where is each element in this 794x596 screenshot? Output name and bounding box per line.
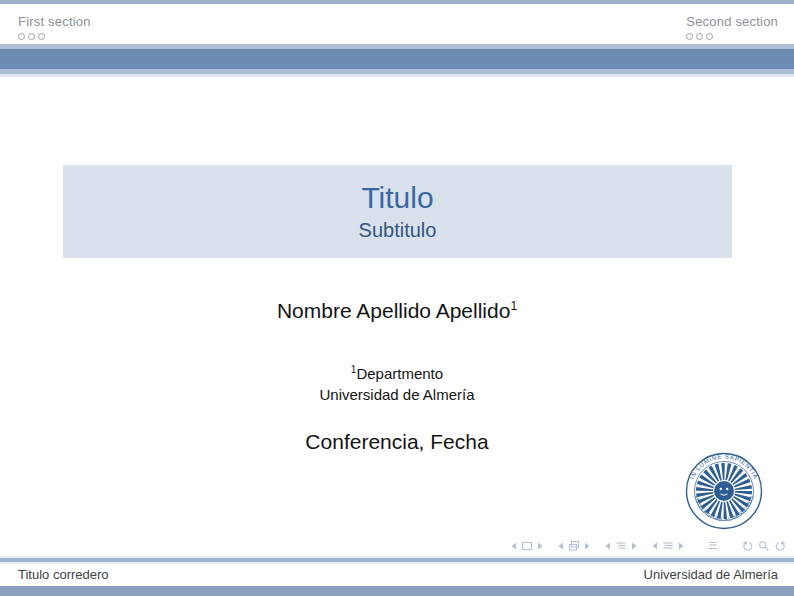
conference-date: Conferencia, Fecha <box>0 430 794 454</box>
next-frame-arrow-icon[interactable] <box>584 541 591 551</box>
nav-subsection-group <box>604 540 638 552</box>
section-second-progress-dots[interactable] <box>686 33 778 40</box>
navigation-bar <box>497 539 787 553</box>
footer-band: Titulo corredero Universidad de Almería <box>0 564 794 586</box>
next-section-arrow-icon[interactable] <box>678 541 685 551</box>
frames-icon[interactable] <box>568 540 580 552</box>
slide-dot[interactable] <box>38 33 45 40</box>
slide-subtitle: Subtitulo <box>359 220 437 240</box>
title-block: Titulo Subtitulo <box>63 165 732 258</box>
prev-frame-arrow-icon[interactable] <box>557 541 564 551</box>
forward-icon[interactable] <box>774 540 787 552</box>
next-slide-arrow-icon[interactable] <box>537 541 544 551</box>
author-name-text: Nombre Apellido Apellido <box>277 299 510 322</box>
header-section-second[interactable]: Second section <box>686 12 778 40</box>
nav-appendix-group <box>707 540 719 552</box>
university-seal-logo: IN LUMINE SAPIENTIA VNIVERSITAS ALMERIEN… <box>684 451 764 531</box>
header-section-first[interactable]: First section <box>18 12 91 40</box>
nav-frame-group <box>557 540 591 552</box>
section-label-first[interactable]: First section <box>18 14 91 29</box>
slide-dot[interactable] <box>686 33 693 40</box>
section-first-progress-dots[interactable] <box>18 33 91 40</box>
nav-history-group <box>741 540 787 552</box>
nav-slide-group <box>510 540 544 552</box>
headline-bar <box>0 49 794 69</box>
slide-dot[interactable] <box>18 33 25 40</box>
slide-icon[interactable] <box>521 540 533 552</box>
find-icon[interactable] <box>758 540 770 552</box>
section-icon[interactable] <box>662 540 674 552</box>
header-band: First section Second section <box>0 4 794 44</box>
footer-institution: Universidad de Almería <box>644 564 778 586</box>
author-name: Nombre Apellido Apellido1 <box>0 299 794 323</box>
bottom-border-bar <box>0 586 794 596</box>
nav-section-group <box>651 540 685 552</box>
next-subsection-arrow-icon[interactable] <box>631 541 638 551</box>
slide-dot[interactable] <box>706 33 713 40</box>
section-label-second[interactable]: Second section <box>686 14 778 29</box>
slide-dot[interactable] <box>696 33 703 40</box>
slide-dot[interactable] <box>28 33 35 40</box>
affiliation-department: Departmento <box>356 365 443 382</box>
seal-sun-face <box>714 481 734 501</box>
decor-strip <box>0 74 794 77</box>
prev-slide-arrow-icon[interactable] <box>510 541 517 551</box>
affiliation-block: 1Departmento Universidad de Almería <box>0 359 794 405</box>
prev-section-arrow-icon[interactable] <box>651 541 658 551</box>
affiliation-department-line: 1Departmento <box>0 359 794 384</box>
slide-title: Titulo <box>361 183 433 213</box>
affiliation-university: Universidad de Almería <box>0 384 794 405</box>
subsection-icon[interactable] <box>615 540 627 552</box>
prev-subsection-arrow-icon[interactable] <box>604 541 611 551</box>
footer-short-title: Titulo corredero <box>18 564 109 586</box>
appendix-icon[interactable] <box>707 540 719 552</box>
beamer-title-slide: First section Second section Titulo Subt… <box>0 0 794 596</box>
back-icon[interactable] <box>741 540 754 552</box>
author-footnote-mark: 1 <box>510 299 517 313</box>
